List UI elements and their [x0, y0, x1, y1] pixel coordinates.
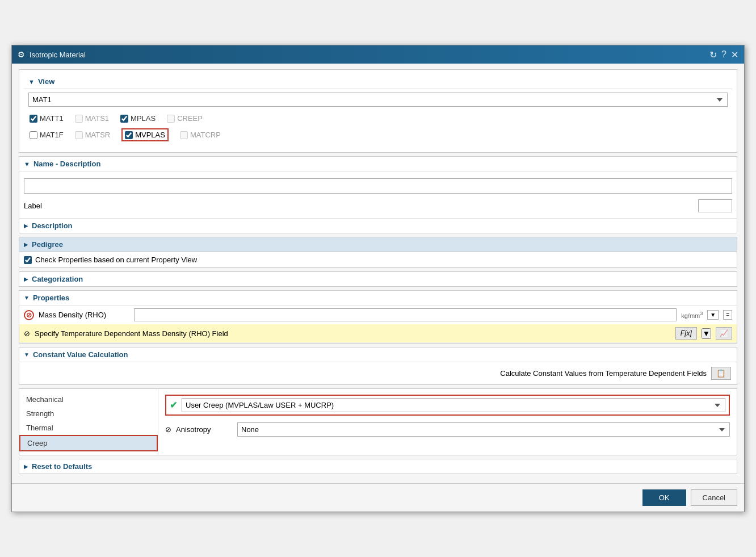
mass-density-label: Mass Density (RHO) [39, 311, 129, 319]
temp-dependent-row: ⊘ Specify Temperature Dependent Mass Den… [19, 324, 737, 343]
view-section-header[interactable]: ▼ View [24, 74, 732, 89]
mass-density-unit: kg/mm3 [681, 311, 703, 319]
mass-density-icon: ⊘ [24, 310, 34, 320]
help-icon[interactable]: ? [721, 49, 726, 60]
constant-content: Calculate Constant Values from Temperatu… [19, 362, 737, 384]
anisotropy-label: Anisotropy [176, 425, 233, 434]
temp-dependent-icon: ⊘ [24, 329, 30, 338]
categorization-bar[interactable]: ▶ Categorization [19, 271, 737, 287]
check-green-icon: ✔ [170, 400, 177, 411]
categorization-label: Categorization [32, 275, 83, 283]
check-props-row: Check Properties based on current Proper… [19, 252, 737, 268]
dialog-footer: OK Cancel [12, 483, 744, 512]
title-bar-controls: ↻ ? ✕ [709, 49, 738, 60]
checkbox-mplas[interactable]: MPLAS [120, 114, 156, 123]
constant-section: ▼ Constant Value Calculation Calculate C… [19, 347, 737, 385]
fx-dropdown-btn[interactable]: ▼ [702, 328, 711, 339]
checkbox-matcrp[interactable]: MATCRP [180, 131, 221, 139]
check-props-checkbox[interactable] [24, 256, 32, 264]
reset-label: Reset to Defaults [32, 462, 92, 471]
fx-button[interactable]: F[x] [675, 327, 697, 340]
right-content: ✔ User Creep (MVPLAS/Law USER + MUCRP) ⊘… [158, 389, 737, 455]
checkbox-creep[interactable]: CREEP [167, 114, 203, 123]
chart-button[interactable]: 📈 [716, 327, 732, 340]
description-label: Description [32, 221, 73, 230]
checkbox-matt1[interactable]: MATT1 [30, 114, 64, 123]
user-creep-row: ✔ User Creep (MVPLAS/Law USER + MUCRP) [165, 395, 730, 416]
properties-header[interactable]: ▼ Properties [19, 291, 737, 305]
mass-density-row: ⊘ Mass Density (RHO) 8.19e-06 kg/mm3 ▼ = [19, 305, 737, 324]
title-bar: ⚙ Isotropic Material ↻ ? ✕ [12, 45, 744, 64]
properties-arrow: ▼ [24, 295, 30, 301]
name-section: ▼ Name - Description IsoPlas-Chaboche-Cr… [19, 156, 737, 233]
description-header[interactable]: ▶ Description [19, 218, 737, 233]
checkbox-mat1f[interactable]: MAT1F [30, 131, 64, 139]
mass-density-equal-btn[interactable]: = [723, 310, 732, 320]
constant-arrow: ▼ [24, 351, 30, 358]
cancel-button[interactable]: Cancel [691, 489, 737, 506]
calc-label: Calculate Constant Values from Temperatu… [500, 369, 707, 378]
anisotropy-icon: ⊘ [165, 425, 171, 434]
dialog-body: ▼ View MAT1 MATT1 MATS1 [12, 64, 744, 483]
view-arrow: ▼ [28, 78, 35, 85]
sidebar-item-thermal[interactable]: Thermal [19, 421, 158, 435]
title-bar-title: Isotropic Material [30, 51, 86, 59]
gear-icon: ⚙ [18, 50, 25, 59]
pedigree-bar[interactable]: ▶ Pedigree [19, 237, 737, 252]
description-arrow: ▶ [24, 223, 28, 229]
sidebar-item-strength[interactable]: Strength [19, 407, 158, 421]
label-text: Label [24, 202, 42, 210]
pedigree-arrow: ▶ [24, 241, 28, 248]
mass-density-input[interactable]: 8.19e-06 [134, 308, 677, 321]
label-row: Label 2 [24, 197, 732, 215]
bottom-area: Mechanical Strength Thermal Creep ✔ User… [19, 388, 737, 455]
label-input[interactable]: 2 [698, 199, 732, 212]
user-creep-select[interactable]: User Creep (MVPLAS/Law USER + MUCRP) [182, 398, 725, 412]
properties-section: ▼ Properties ⊘ Mass Density (RHO) 8.19e-… [19, 290, 737, 344]
name-section-header[interactable]: ▼ Name - Description [19, 157, 737, 171]
checkbox-row-1: MATT1 MATS1 MPLAS CREEP [28, 111, 728, 125]
anisotropy-select[interactable]: None [237, 422, 730, 437]
categorization-arrow: ▶ [24, 276, 28, 282]
calc-button[interactable]: 📋 [711, 367, 731, 380]
name-label: Name - Description [33, 160, 100, 168]
checkbox-mvplas-highlight[interactable]: MVPLAS [121, 128, 169, 141]
constant-label: Constant Value Calculation [33, 350, 128, 359]
dialog-isotropic-material: ⚙ Isotropic Material ↻ ? ✕ ▼ View MAT1 [11, 45, 745, 512]
checkbox-mats1[interactable]: MATS1 [75, 114, 109, 123]
ok-button[interactable]: OK [642, 489, 686, 506]
name-arrow: ▼ [24, 161, 30, 167]
mat-dropdown[interactable]: MAT1 [28, 93, 728, 107]
reset-arrow: ▶ [24, 463, 28, 470]
check-props-label: Check Properties based on current Proper… [35, 256, 197, 264]
anisotropy-row: ⊘ Anisotropy None [165, 422, 730, 437]
temp-dependent-label: Specify Temperature Dependent Mass Densi… [35, 329, 671, 338]
checkbox-row-2: MAT1F MATSR MVPLAS MATCRP [28, 125, 728, 144]
name-input[interactable]: IsoPlas-Chaboche-Creep(UserCreep) [24, 178, 732, 194]
close-icon[interactable]: ✕ [731, 49, 738, 60]
reset-bar[interactable]: ▶ Reset to Defaults [19, 459, 737, 474]
left-sidebar: Mechanical Strength Thermal Creep [19, 389, 158, 455]
checkbox-matsr[interactable]: MATSR [75, 131, 111, 139]
sidebar-item-creep[interactable]: Creep [19, 435, 158, 451]
pedigree-label: Pedigree [32, 240, 63, 249]
properties-label: Properties [33, 294, 69, 302]
constant-header[interactable]: ▼ Constant Value Calculation [19, 347, 737, 362]
view-label: View [38, 77, 54, 86]
view-section: ▼ View MAT1 MATT1 MATS1 [19, 69, 737, 153]
mass-density-unit-btn[interactable]: ▼ [707, 310, 719, 320]
title-bar-left: ⚙ Isotropic Material [18, 50, 86, 59]
sidebar-item-mechanical[interactable]: Mechanical [19, 392, 158, 407]
refresh-icon[interactable]: ↻ [709, 49, 717, 60]
